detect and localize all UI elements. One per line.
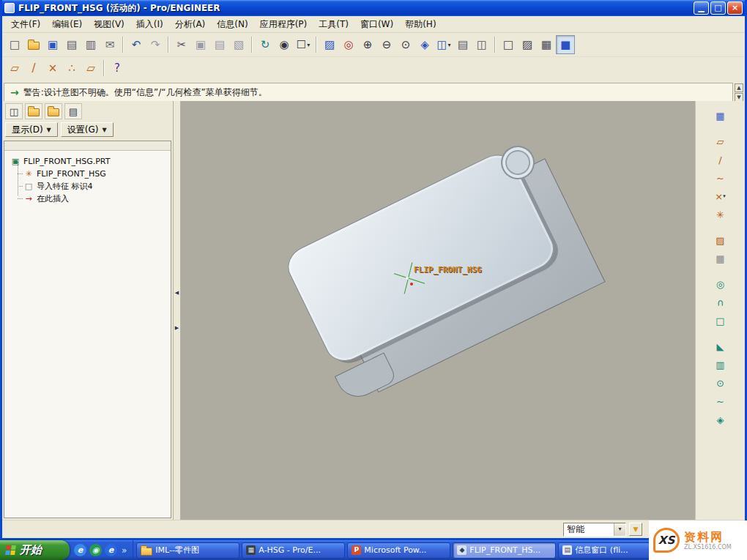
extrude-tool-icon[interactable]: ▥ bbox=[712, 356, 729, 373]
undo-icon[interactable]: ↶ bbox=[127, 35, 146, 54]
selection-filter-dropdown-icon[interactable]: ▾ bbox=[614, 523, 625, 536]
datum-plane-icon[interactable]: ▱ bbox=[712, 133, 729, 149]
settings-dropdown-button[interactable]: 设置(G) ▼ bbox=[61, 122, 114, 137]
taskbar-task-3[interactable]: ◆FLIP_FRONT_HS... bbox=[453, 542, 556, 559]
message-scroll-up[interactable]: ▲ bbox=[735, 83, 743, 92]
datum-point-icon-dropdown[interactable]: ▾ bbox=[723, 193, 726, 199]
panel-splitter[interactable]: ◀ ▶ bbox=[174, 101, 181, 520]
select-filter-icon-dropdown[interactable]: ▾ bbox=[307, 42, 310, 48]
use-edge-icon[interactable]: ▦ bbox=[712, 250, 729, 266]
collapse-panel-arrow-icon[interactable]: ◀ bbox=[175, 290, 179, 296]
view-manager-icon[interactable]: ◫ bbox=[472, 35, 491, 54]
show-dropdown-button[interactable]: 显示(D) ▼ bbox=[5, 122, 58, 137]
taskbar-task-2[interactable]: PMicrosoft Pow... bbox=[347, 542, 450, 559]
menu-item-5[interactable]: 信息(N) bbox=[211, 16, 253, 33]
menu-item-7[interactable]: 工具(T) bbox=[313, 16, 354, 33]
menu-item-9[interactable]: 帮助(H) bbox=[399, 16, 442, 33]
menu-item-4[interactable]: 分析(A) bbox=[169, 16, 212, 33]
draft-tool-icon[interactable]: ◣ bbox=[712, 338, 729, 354]
datum-point-icon[interactable]: ×▾ bbox=[712, 188, 729, 204]
modify-tool-icon[interactable]: ▱ bbox=[81, 59, 100, 78]
context-help-icon[interactable]: ? bbox=[108, 59, 127, 78]
find-icon[interactable]: ◉ bbox=[275, 35, 294, 54]
round-tool-icon[interactable]: ∩ bbox=[712, 294, 729, 310]
ie-icon[interactable]: e bbox=[105, 544, 117, 556]
style-tool-icon[interactable]: ◈ bbox=[712, 411, 729, 428]
layers-icon[interactable]: ▤ bbox=[453, 35, 472, 54]
messenger-icon[interactable]: ◉ bbox=[89, 544, 102, 556]
cut-icon-glyph: ✂ bbox=[177, 40, 187, 51]
menu-item-8[interactable]: 窗口(W) bbox=[354, 16, 399, 33]
sketch-tool-icon[interactable]: ▨ bbox=[712, 232, 729, 248]
layer-tree-icon[interactable]: ▤ bbox=[64, 103, 82, 119]
taskbar-task-4[interactable]: ▤信息窗口 (fli... bbox=[558, 542, 661, 559]
zoom-in-icon[interactable]: ⊕ bbox=[358, 35, 377, 54]
regenerate-icon-glyph: ↻ bbox=[261, 40, 270, 51]
open-icon[interactable] bbox=[24, 35, 43, 54]
print-preview-icon[interactable]: ▥ bbox=[81, 35, 100, 54]
reorient-icon[interactable]: ◈ bbox=[415, 35, 434, 54]
tree-item-2[interactable]: □导入特征 标识4 bbox=[4, 180, 171, 193]
undo-icon-glyph: ↶ bbox=[132, 40, 141, 51]
refit-icon[interactable]: ⊙ bbox=[396, 35, 415, 54]
saved-views-icon-dropdown[interactable]: ▾ bbox=[448, 42, 451, 48]
datum-axis-icon[interactable]: / bbox=[712, 152, 729, 168]
hole-tool-icon[interactable]: ◎ bbox=[712, 276, 729, 292]
spin-center-icon[interactable]: ◎ bbox=[339, 35, 358, 54]
coordinate-system-icon[interactable]: ✳ bbox=[712, 206, 729, 223]
taskbar-task-1[interactable]: ▦A-HSG - Pro/E... bbox=[242, 542, 345, 559]
favorites-icon[interactable] bbox=[45, 103, 62, 119]
hidden-line-icon[interactable]: ▨ bbox=[518, 35, 537, 54]
selection-filter-combo[interactable]: 智能 ▾ bbox=[563, 523, 626, 537]
select-filter-icon[interactable]: ☐▾ bbox=[294, 35, 313, 54]
phone-housing-model[interactable] bbox=[259, 113, 638, 448]
taskbar-task-0[interactable]: IML--零件图 bbox=[136, 542, 239, 559]
close-button[interactable]: × bbox=[727, 1, 743, 15]
expand-panel-arrow-icon[interactable]: ▶ bbox=[175, 325, 179, 331]
tree-item-0[interactable]: ▣FLIP_FRONT_HSG.PRT bbox=[4, 155, 171, 168]
menu-item-2[interactable]: 视图(V) bbox=[88, 16, 130, 33]
datum-curve-icon[interactable]: ~ bbox=[712, 170, 729, 186]
copy-icon[interactable]: ▣ bbox=[191, 35, 210, 54]
menu-item-3[interactable]: 插入(I) bbox=[130, 16, 169, 33]
zoom-out-icon[interactable]: ⊖ bbox=[377, 35, 396, 54]
message-log-toggle-icon[interactable]: ▼ bbox=[629, 523, 642, 536]
quick-launch-overflow-icon[interactable]: » bbox=[120, 545, 128, 556]
save-icon[interactable]: ▣ bbox=[43, 35, 62, 54]
datum-display-icon[interactable]: ▦ bbox=[712, 108, 729, 124]
folder-browser-icon[interactable] bbox=[25, 103, 42, 119]
no-hidden-icon[interactable]: ▦ bbox=[537, 35, 556, 54]
menu-item-6[interactable]: 应用程序(P) bbox=[254, 16, 313, 33]
delete-point-icon[interactable]: × bbox=[43, 59, 62, 78]
model-tree-icon[interactable]: ◫ bbox=[5, 103, 23, 119]
start-button[interactable]: 开始 bbox=[0, 540, 70, 560]
tree-item-1[interactable]: ✳FLIP_FRONT_HSG bbox=[4, 168, 171, 180]
browser-icon[interactable]: e bbox=[74, 544, 86, 556]
revolve-tool-icon[interactable]: ⊙ bbox=[712, 375, 729, 391]
restore-button[interactable]: □ bbox=[710, 1, 726, 15]
send-email-icon[interactable]: ✉ bbox=[100, 35, 119, 54]
wireframe-icon[interactable]: □ bbox=[499, 35, 518, 54]
find-icon-glyph: ◉ bbox=[279, 40, 289, 51]
shaded-icon[interactable]: ■ bbox=[556, 35, 575, 54]
paste-icon[interactable]: ▤ bbox=[210, 35, 229, 54]
print-icon[interactable]: ▤ bbox=[62, 35, 81, 54]
title-bar[interactable]: FLIP_FRONT_HSG (活动的) - Pro/ENGINEER ▁□× bbox=[2, 0, 745, 16]
repaint-icon[interactable]: ▨ bbox=[320, 35, 339, 54]
cut-icon[interactable]: ✂ bbox=[172, 35, 191, 54]
points-tool-icon[interactable]: ∴ bbox=[62, 59, 81, 78]
regenerate-icon[interactable]: ↻ bbox=[256, 35, 275, 54]
new-file-icon[interactable]: □ bbox=[5, 35, 24, 54]
saved-views-icon[interactable]: ◫▾ bbox=[434, 35, 453, 54]
line-tool-icon[interactable]: / bbox=[24, 59, 43, 78]
shell-tool-icon[interactable]: □ bbox=[712, 313, 729, 329]
minimize-button[interactable]: ▁ bbox=[694, 1, 709, 15]
menu-item-0[interactable]: 文件(F) bbox=[5, 16, 46, 33]
paste-special-icon[interactable]: ▧ bbox=[229, 35, 248, 54]
redo-icon[interactable]: ↷ bbox=[146, 35, 165, 54]
sweep-tool-icon[interactable]: ~ bbox=[712, 393, 729, 409]
graphics-viewport[interactable]: FLIP_FRONT_HSG bbox=[181, 101, 695, 520]
tree-item-3[interactable]: →在此插入 bbox=[4, 193, 171, 205]
sketch-plane-icon[interactable]: ▱ bbox=[5, 59, 24, 78]
menu-item-1[interactable]: 编辑(E) bbox=[46, 16, 88, 33]
